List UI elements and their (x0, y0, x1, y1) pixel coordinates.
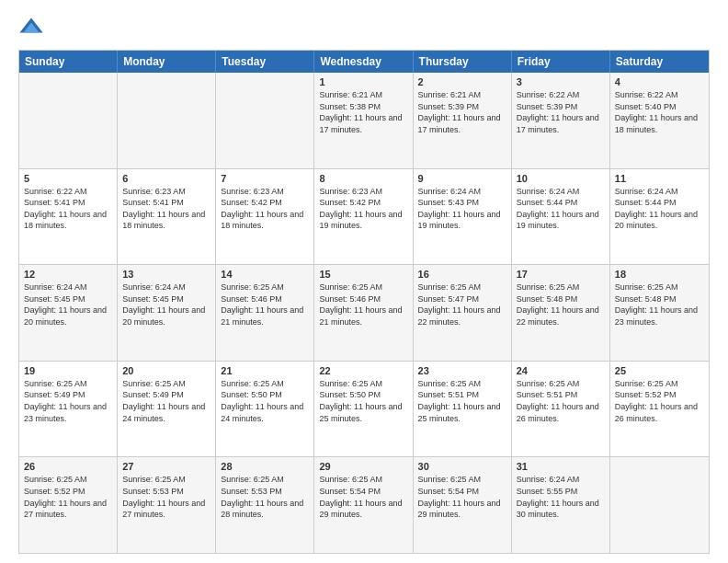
day-number: 6 (122, 173, 210, 184)
cell-info: Sunrise: 6:22 AM Sunset: 5:39 PM Dayligh… (517, 89, 605, 135)
cal-header-sunday: Sunday (19, 51, 118, 73)
cell-info: Sunrise: 6:23 AM Sunset: 5:42 PM Dayligh… (221, 186, 309, 232)
cal-cell-4-0: 26Sunrise: 6:25 AM Sunset: 5:52 PM Dayli… (19, 457, 118, 553)
cal-header-wednesday: Wednesday (314, 51, 413, 73)
day-number: 8 (319, 173, 407, 184)
cal-row-4: 26Sunrise: 6:25 AM Sunset: 5:52 PM Dayli… (19, 456, 709, 553)
logo-icon (18, 15, 44, 40)
cell-info: Sunrise: 6:25 AM Sunset: 5:47 PM Dayligh… (418, 282, 506, 327)
cell-info: Sunrise: 6:25 AM Sunset: 5:48 PM Dayligh… (615, 282, 704, 327)
cell-info: Sunrise: 6:25 AM Sunset: 5:54 PM Dayligh… (319, 474, 407, 520)
cal-cell-4-4: 30Sunrise: 6:25 AM Sunset: 5:54 PM Dayli… (414, 457, 512, 553)
cal-cell-4-3: 29Sunrise: 6:25 AM Sunset: 5:54 PM Dayli… (314, 457, 413, 553)
cell-info: Sunrise: 6:22 AM Sunset: 5:40 PM Dayligh… (615, 89, 704, 135)
cal-row-0: 1Sunrise: 6:21 AM Sunset: 5:38 PM Daylig… (19, 73, 709, 168)
cal-header-tuesday: Tuesday (216, 51, 314, 73)
cal-cell-2-4: 16Sunrise: 6:25 AM Sunset: 5:47 PM Dayli… (414, 265, 512, 361)
day-number: 30 (418, 461, 506, 472)
calendar: SundayMondayTuesdayWednesdayThursdayFrid… (18, 50, 710, 554)
cal-row-3: 19Sunrise: 6:25 AM Sunset: 5:49 PM Dayli… (19, 361, 709, 457)
cell-info: Sunrise: 6:25 AM Sunset: 5:51 PM Dayligh… (517, 378, 605, 424)
cell-info: Sunrise: 6:23 AM Sunset: 5:42 PM Dayligh… (319, 186, 407, 232)
calendar-header-row: SundayMondayTuesdayWednesdayThursdayFrid… (19, 51, 709, 73)
cal-cell-1-5: 10Sunrise: 6:24 AM Sunset: 5:44 PM Dayli… (512, 169, 610, 265)
day-number: 14 (221, 269, 309, 280)
day-number: 20 (122, 365, 210, 376)
day-number: 12 (24, 269, 112, 280)
cell-info: Sunrise: 6:24 AM Sunset: 5:55 PM Dayligh… (517, 474, 605, 520)
cal-cell-3-5: 24Sunrise: 6:25 AM Sunset: 5:51 PM Dayli… (512, 362, 610, 457)
day-number: 22 (319, 365, 407, 376)
day-number: 11 (615, 173, 704, 184)
day-number: 29 (319, 461, 407, 472)
cal-cell-1-4: 9Sunrise: 6:24 AM Sunset: 5:43 PM Daylig… (414, 169, 512, 265)
cal-cell-1-3: 8Sunrise: 6:23 AM Sunset: 5:42 PM Daylig… (314, 169, 413, 265)
cal-header-monday: Monday (118, 51, 216, 73)
cell-info: Sunrise: 6:24 AM Sunset: 5:44 PM Dayligh… (517, 186, 605, 232)
day-number: 27 (122, 461, 210, 472)
cal-header-thursday: Thursday (414, 51, 512, 73)
day-number: 17 (517, 269, 605, 280)
cell-info: Sunrise: 6:25 AM Sunset: 5:52 PM Dayligh… (615, 378, 704, 424)
logo (18, 15, 48, 40)
day-number: 24 (517, 365, 605, 376)
day-number: 13 (122, 269, 210, 280)
day-number: 28 (221, 461, 309, 472)
cal-cell-1-6: 11Sunrise: 6:24 AM Sunset: 5:44 PM Dayli… (610, 169, 709, 265)
cell-info: Sunrise: 6:25 AM Sunset: 5:49 PM Dayligh… (24, 378, 112, 424)
cal-cell-3-6: 25Sunrise: 6:25 AM Sunset: 5:52 PM Dayli… (610, 362, 709, 457)
cal-cell-2-6: 18Sunrise: 6:25 AM Sunset: 5:48 PM Dayli… (610, 265, 709, 361)
cal-header-saturday: Saturday (610, 51, 709, 73)
cal-cell-1-1: 6Sunrise: 6:23 AM Sunset: 5:41 PM Daylig… (118, 169, 216, 265)
day-number: 19 (24, 365, 112, 376)
day-number: 31 (517, 461, 605, 472)
cal-cell-1-0: 5Sunrise: 6:22 AM Sunset: 5:41 PM Daylig… (19, 169, 118, 265)
page-header (18, 15, 710, 40)
cell-info: Sunrise: 6:21 AM Sunset: 5:39 PM Dayligh… (418, 89, 506, 135)
cal-cell-2-3: 15Sunrise: 6:25 AM Sunset: 5:46 PM Dayli… (314, 265, 413, 361)
cell-info: Sunrise: 6:25 AM Sunset: 5:51 PM Dayligh… (418, 378, 506, 424)
day-number: 10 (517, 173, 605, 184)
cal-cell-2-5: 17Sunrise: 6:25 AM Sunset: 5:48 PM Dayli… (512, 265, 610, 361)
cal-cell-0-3: 1Sunrise: 6:21 AM Sunset: 5:38 PM Daylig… (314, 73, 413, 168)
cal-cell-3-1: 20Sunrise: 6:25 AM Sunset: 5:49 PM Dayli… (118, 362, 216, 457)
cal-cell-3-4: 23Sunrise: 6:25 AM Sunset: 5:51 PM Dayli… (414, 362, 512, 457)
cal-cell-2-1: 13Sunrise: 6:24 AM Sunset: 5:45 PM Dayli… (118, 265, 216, 361)
cal-cell-4-5: 31Sunrise: 6:24 AM Sunset: 5:55 PM Dayli… (512, 457, 610, 553)
cal-cell-4-6 (610, 457, 709, 553)
cell-info: Sunrise: 6:25 AM Sunset: 5:53 PM Dayligh… (221, 474, 309, 520)
cell-info: Sunrise: 6:25 AM Sunset: 5:48 PM Dayligh… (517, 282, 605, 327)
cell-info: Sunrise: 6:25 AM Sunset: 5:54 PM Dayligh… (418, 474, 506, 520)
cal-cell-3-3: 22Sunrise: 6:25 AM Sunset: 5:50 PM Dayli… (314, 362, 413, 457)
day-number: 15 (319, 269, 407, 280)
cal-cell-1-2: 7Sunrise: 6:23 AM Sunset: 5:42 PM Daylig… (216, 169, 314, 265)
cell-info: Sunrise: 6:25 AM Sunset: 5:49 PM Dayligh… (122, 378, 210, 424)
day-number: 23 (418, 365, 506, 376)
cal-row-1: 5Sunrise: 6:22 AM Sunset: 5:41 PM Daylig… (19, 168, 709, 265)
cal-cell-4-1: 27Sunrise: 6:25 AM Sunset: 5:53 PM Dayli… (118, 457, 216, 553)
cal-cell-0-0 (19, 73, 118, 168)
day-number: 1 (319, 76, 407, 87)
cal-cell-3-0: 19Sunrise: 6:25 AM Sunset: 5:49 PM Dayli… (19, 362, 118, 457)
day-number: 9 (418, 173, 506, 184)
day-number: 18 (615, 269, 704, 280)
cell-info: Sunrise: 6:24 AM Sunset: 5:45 PM Dayligh… (122, 282, 210, 327)
cal-cell-0-1 (118, 73, 216, 168)
cal-cell-0-4: 2Sunrise: 6:21 AM Sunset: 5:39 PM Daylig… (414, 73, 512, 168)
day-number: 4 (615, 76, 704, 87)
cell-info: Sunrise: 6:25 AM Sunset: 5:46 PM Dayligh… (319, 282, 407, 327)
cal-cell-0-6: 4Sunrise: 6:22 AM Sunset: 5:40 PM Daylig… (610, 73, 709, 168)
cal-cell-2-0: 12Sunrise: 6:24 AM Sunset: 5:45 PM Dayli… (19, 265, 118, 361)
cal-cell-4-2: 28Sunrise: 6:25 AM Sunset: 5:53 PM Dayli… (216, 457, 314, 553)
cal-cell-0-2 (216, 73, 314, 168)
cell-info: Sunrise: 6:22 AM Sunset: 5:41 PM Dayligh… (24, 186, 112, 232)
cell-info: Sunrise: 6:21 AM Sunset: 5:38 PM Dayligh… (319, 89, 407, 135)
cell-info: Sunrise: 6:25 AM Sunset: 5:50 PM Dayligh… (221, 378, 309, 424)
day-number: 2 (418, 76, 506, 87)
cal-cell-3-2: 21Sunrise: 6:25 AM Sunset: 5:50 PM Dayli… (216, 362, 314, 457)
day-number: 7 (221, 173, 309, 184)
cal-cell-2-2: 14Sunrise: 6:25 AM Sunset: 5:46 PM Dayli… (216, 265, 314, 361)
day-number: 26 (24, 461, 112, 472)
cell-info: Sunrise: 6:24 AM Sunset: 5:44 PM Dayligh… (615, 186, 704, 232)
calendar-body: 1Sunrise: 6:21 AM Sunset: 5:38 PM Daylig… (19, 73, 709, 553)
